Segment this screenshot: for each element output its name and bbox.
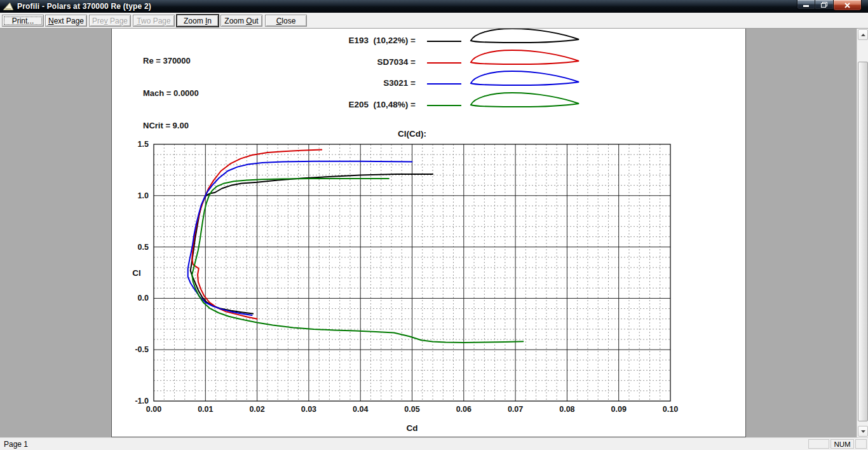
- minimize-icon: [803, 5, 809, 7]
- zoom-out-button[interactable]: Zoom Out: [220, 15, 262, 27]
- page-indicator: Page 1: [4, 440, 28, 449]
- svg-text:0.06: 0.06: [456, 405, 471, 414]
- vertical-scrollbar[interactable]: [857, 29, 868, 437]
- svg-text:-0.5: -0.5: [135, 345, 149, 354]
- svg-text:0.0: 0.0: [138, 294, 149, 303]
- toolbar: Print...Next PagePrev PageTwo PageZoom I…: [0, 13, 868, 29]
- svg-text:0.10: 0.10: [663, 405, 678, 414]
- app-icon: [3, 2, 14, 11]
- caps-lock-pane: [808, 439, 829, 449]
- scrollbar-thumb[interactable]: [858, 62, 868, 421]
- zoom-in-button[interactable]: Zoom In: [177, 15, 219, 27]
- svg-text:1.5: 1.5: [138, 140, 149, 149]
- svg-text:1.0: 1.0: [138, 191, 149, 200]
- svg-text:Cl: Cl: [132, 268, 141, 278]
- preview-area: Re = 370000 Mach = 0.0000 NCrit = 9.00 E…: [0, 29, 857, 437]
- scroll-up-icon: [861, 34, 865, 36]
- svg-text:0.07: 0.07: [508, 405, 523, 414]
- svg-text:Cl(Cd):: Cl(Cd):: [398, 129, 426, 139]
- svg-text:0.04: 0.04: [353, 405, 368, 414]
- svg-text:-1.0: -1.0: [135, 397, 149, 406]
- preview-page: Re = 370000 Mach = 0.0000 NCrit = 9.00 E…: [111, 29, 746, 437]
- num-lock-indicator: NUM: [831, 439, 854, 449]
- close-icon: [844, 3, 850, 8]
- restore-button[interactable]: [815, 0, 833, 10]
- svg-text:0.01: 0.01: [198, 405, 213, 414]
- scroll-lock-pane: [855, 439, 867, 449]
- polar-chart: Cl(Cd):CdCl0.000.010.020.030.040.050.060…: [112, 29, 745, 437]
- application-window: Profili - Polars at 370000 Re (type 2) P…: [0, 0, 868, 450]
- status-bar: Page 1 NUM: [0, 437, 868, 450]
- svg-text:0.02: 0.02: [249, 405, 264, 414]
- window-controls: [797, 0, 862, 11]
- title-bar: Profili - Polars at 370000 Re (type 2): [0, 0, 868, 13]
- minimize-button[interactable]: [797, 0, 815, 10]
- scroll-down-icon: [861, 430, 865, 433]
- svg-text:0.5: 0.5: [138, 243, 149, 252]
- prev-page-button: Prev Page: [89, 15, 131, 27]
- print-button[interactable]: Print...: [2, 15, 44, 27]
- svg-text:0.08: 0.08: [559, 405, 574, 414]
- svg-text:0.09: 0.09: [611, 405, 627, 414]
- two-page-button: Two Page: [133, 15, 175, 27]
- svg-text:0.00: 0.00: [146, 405, 161, 414]
- close-button[interactable]: [833, 0, 862, 11]
- svg-text:Cd: Cd: [407, 423, 418, 433]
- svg-text:0.03: 0.03: [301, 405, 316, 414]
- scroll-down-button[interactable]: [858, 426, 868, 437]
- next-page-button[interactable]: Next Page: [45, 15, 87, 27]
- restore-icon: [821, 2, 827, 8]
- svg-text:0.05: 0.05: [404, 405, 419, 414]
- window-title: Profili - Polars at 370000 Re (type 2): [17, 2, 151, 11]
- scroll-up-button[interactable]: [858, 29, 868, 40]
- close-button[interactable]: Close: [265, 15, 307, 27]
